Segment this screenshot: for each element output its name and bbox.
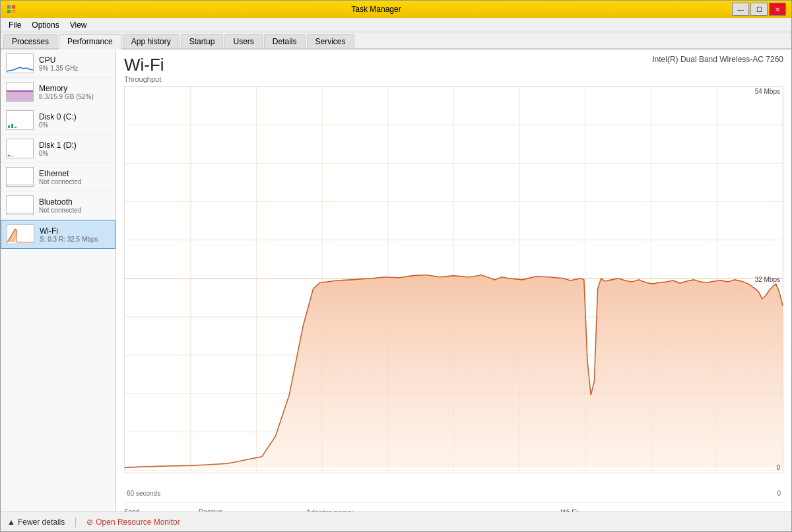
open-resource-monitor-button[interactable]: ⊘ Open Resource Monitor [86,517,180,527]
resource-monitor-icon: ⊘ [86,517,93,527]
disk0-label: Disk 0 (C:) [39,112,110,121]
memory-mini-graph [6,82,34,102]
main-header: Wi-Fi Throughput Intel(R) Dual Band Wire… [124,55,783,84]
maximize-button[interactable]: ☐ [750,3,768,16]
bluetooth-sublabel: Not connected [39,207,110,214]
sidebar-item-disk0[interactable]: Disk 0 (C:) 0% [1,106,116,135]
chart-mid-label: 32 Mbps [755,276,780,283]
menu-file[interactable]: File [3,19,26,31]
wifi-label: Wi-Fi [40,226,110,236]
ethernet-label: Ethernet [39,169,110,178]
window-controls: — ☐ ✕ [732,3,786,16]
fewer-details-button[interactable]: ▲ Fewer details [7,517,65,527]
bluetooth-info: Bluetooth Not connected [39,197,110,214]
wifi-mini-graph [7,224,34,244]
memory-label: Memory [39,84,110,93]
window-icon [6,4,16,15]
task-manager-window: Task Manager — ☐ ✕ File Options View Pro… [0,0,792,532]
wifi-title: Wi-Fi [124,55,164,75]
ethernet-sublabel: Not connected [39,178,110,185]
wifi-chart-svg [125,86,783,471]
memory-info: Memory 8.3/15.9 GB (52%) [39,84,110,100]
sidebar-item-cpu[interactable]: CPU 9% 1.35 GHz [1,50,116,78]
sidebar-item-ethernet[interactable]: Ethernet Not connected [1,163,116,191]
main-title: Wi-Fi Throughput [124,55,164,84]
svg-rect-9 [8,155,10,156]
svg-rect-4 [7,90,33,101]
menu-bar: File Options View [1,18,791,32]
chart-time-right: 0 [777,490,781,497]
open-resource-monitor-label: Open Resource Monitor [96,517,180,527]
footer: ▲ Fewer details ⊘ Open Resource Monitor [1,512,791,531]
ethernet-mini-graph [6,167,34,187]
chart-time-left: 60 seconds [127,490,160,497]
svg-rect-3 [12,10,15,13]
menu-options[interactable]: Options [26,19,64,31]
svg-rect-1 [12,5,15,9]
cpu-info: CPU 9% 1.35 GHz [39,55,110,72]
svg-rect-5 [7,90,33,92]
sidebar: CPU 9% 1.35 GHz Memory 8.3/15.9 GB (52%) [1,50,116,512]
sidebar-item-disk1[interactable]: Disk 1 (D:) 0% [1,135,116,163]
tab-services[interactable]: Services [307,34,354,48]
svg-rect-7 [11,124,13,128]
sidebar-item-bluetooth[interactable]: Bluetooth Not connected [1,191,116,220]
disk0-mini-graph [6,110,34,130]
cpu-mini-graph [6,53,34,73]
content-area: CPU 9% 1.35 GHz Memory 8.3/15.9 GB (52%) [1,50,791,512]
disk1-sublabel: 0% [39,150,110,157]
disk1-mini-graph [6,139,34,158]
chart-max-label: 54 Mbps [755,88,780,95]
svg-marker-37 [125,275,783,468]
fewer-details-label: Fewer details [18,517,65,527]
adapter-name: Intel(R) Dual Band Wireless-AC 7260 [652,55,783,64]
sidebar-item-wifi[interactable]: Wi-Fi S: 0.3 R: 32.5 Mbps [1,220,116,249]
bluetooth-label: Bluetooth [39,197,110,207]
divider [75,517,76,527]
disk1-info: Disk 1 (D:) 0% [39,141,110,157]
bluetooth-mini-graph [6,195,34,215]
disk1-label: Disk 1 (D:) [39,141,110,150]
wifi-info: Wi-Fi S: 0.3 R: 32.5 Mbps [40,226,110,243]
close-button[interactable]: ✕ [769,3,786,16]
svg-rect-0 [7,5,11,9]
chart-wrapper: 54 Mbps 32 Mbps 0 [124,86,783,485]
memory-sublabel: 8.3/15.9 GB (52%) [39,93,110,100]
svg-rect-2 [7,10,11,13]
cpu-sublabel: 9% 1.35 GHz [39,65,110,72]
tab-processes[interactable]: Processes [3,34,57,48]
sidebar-item-memory[interactable]: Memory 8.3/15.9 GB (52%) [1,78,116,106]
tab-startup[interactable]: Startup [181,34,224,48]
chart-area: 54 Mbps 32 Mbps 0 [124,86,783,473]
svg-rect-6 [8,125,10,128]
chart-zero-label: 0 [776,464,780,471]
window-title: Task Manager [20,5,732,14]
svg-rect-8 [15,127,16,128]
throughput-label: Throughput [124,75,164,83]
stats-panel: Send 280 Kbps Receive 32.5 Mbps Adapter … [124,502,783,512]
wifi-sublabel: S: 0.3 R: 32.5 Mbps [40,236,110,243]
tab-details[interactable]: Details [264,34,306,48]
title-bar: Task Manager — ☐ ✕ [1,1,791,18]
chevron-up-icon: ▲ [7,517,15,527]
tab-users[interactable]: Users [224,34,262,48]
ethernet-info: Ethernet Not connected [39,169,110,185]
cpu-label: CPU [39,55,110,65]
disk0-info: Disk 0 (C:) 0% [39,112,110,129]
menu-view[interactable]: View [65,19,92,31]
tabs-bar: Processes Performance App history Startu… [1,32,791,50]
tab-app-history[interactable]: App history [123,34,180,48]
tab-performance[interactable]: Performance [59,34,121,50]
svg-rect-10 [11,156,13,156]
disk0-sublabel: 0% [39,121,110,129]
minimize-button[interactable]: — [732,3,749,16]
main-panel: Wi-Fi Throughput Intel(R) Dual Band Wire… [116,50,791,512]
